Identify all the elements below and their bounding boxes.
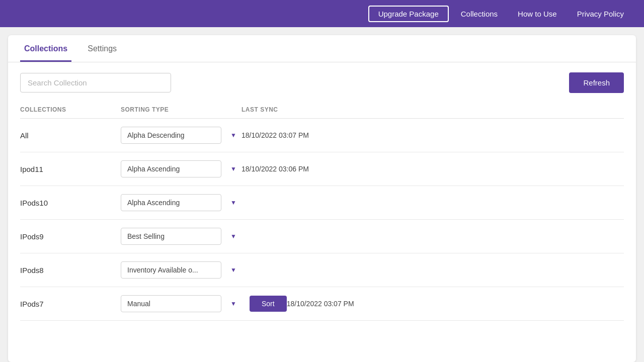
table-header: COLLECTIONS SORTING TYPE LAST SYNC bbox=[20, 101, 624, 119]
collection-name: Ipod11 bbox=[20, 165, 121, 173]
collection-name: IPods8 bbox=[20, 266, 121, 275]
chevron-down-icon: ▼ bbox=[230, 233, 236, 240]
table-row: AllAlpha DescendingAlpha AscendingBest S… bbox=[20, 119, 624, 152]
chevron-down-icon: ▼ bbox=[230, 132, 236, 139]
upgrade-package-button[interactable]: Upgrade Package bbox=[368, 6, 449, 22]
sorting-type-select[interactable]: Alpha DescendingAlpha AscendingBest Sell… bbox=[121, 160, 221, 177]
last-sync-value: 18/10/2022 03:06 PM bbox=[242, 165, 309, 173]
last-sync-value: 18/10/2022 03:07 PM bbox=[242, 131, 309, 139]
sorting-type-select[interactable]: Alpha DescendingAlpha AscendingBest Sell… bbox=[121, 194, 221, 211]
sorting-select-wrapper: Alpha DescendingAlpha AscendingBest Sell… bbox=[121, 295, 242, 312]
chevron-down-icon: ▼ bbox=[230, 266, 236, 274]
last-sync-value: 18/10/2022 03:07 PM bbox=[287, 300, 354, 308]
chevron-down-icon: ▼ bbox=[230, 300, 236, 307]
row-actions: 18/10/2022 03:07 PM bbox=[242, 131, 624, 139]
sorting-type-select[interactable]: Alpha DescendingAlpha AscendingBest Sell… bbox=[121, 261, 221, 279]
row-actions: Sort18/10/2022 03:07 PM bbox=[242, 296, 624, 312]
table-row: IPods9Alpha DescendingAlpha AscendingBes… bbox=[20, 220, 624, 253]
how-to-use-nav-link[interactable]: How to Use bbox=[510, 7, 565, 21]
sort-button[interactable]: Sort bbox=[250, 296, 287, 312]
table-row: IPods7Alpha DescendingAlpha AscendingBes… bbox=[20, 287, 624, 321]
chevron-down-icon: ▼ bbox=[230, 199, 236, 206]
sorting-select-wrapper: Alpha DescendingAlpha AscendingBest Sell… bbox=[121, 228, 242, 245]
tab-bar: Collections Settings bbox=[8, 35, 636, 62]
table-body: AllAlpha DescendingAlpha AscendingBest S… bbox=[20, 119, 624, 321]
sorting-type-select[interactable]: Alpha DescendingAlpha AscendingBest Sell… bbox=[121, 295, 221, 312]
row-actions: 18/10/2022 03:06 PM bbox=[242, 165, 624, 173]
toolbar: Refresh bbox=[8, 62, 636, 101]
top-nav: Upgrade Package Collections How to Use P… bbox=[0, 0, 644, 27]
table-row: Ipod11Alpha DescendingAlpha AscendingBes… bbox=[20, 152, 624, 186]
sorting-type-select[interactable]: Alpha DescendingAlpha AscendingBest Sell… bbox=[121, 228, 221, 245]
table-row: IPods10Alpha DescendingAlpha AscendingBe… bbox=[20, 186, 624, 220]
main-card: Collections Settings Refresh COLLECTIONS… bbox=[8, 35, 636, 362]
header-collections: COLLECTIONS bbox=[20, 106, 121, 113]
search-input[interactable] bbox=[20, 73, 171, 93]
collections-nav-link[interactable]: Collections bbox=[453, 7, 506, 21]
sorting-select-wrapper: Alpha DescendingAlpha AscendingBest Sell… bbox=[121, 160, 242, 177]
collection-name: IPods7 bbox=[20, 300, 121, 308]
collection-name: IPods10 bbox=[20, 199, 121, 207]
header-last-sync: LAST SYNC bbox=[242, 106, 624, 113]
refresh-button[interactable]: Refresh bbox=[569, 72, 624, 93]
sorting-select-wrapper: Alpha DescendingAlpha AscendingBest Sell… bbox=[121, 127, 242, 144]
sorting-select-wrapper: Alpha DescendingAlpha AscendingBest Sell… bbox=[121, 261, 242, 279]
sorting-type-select[interactable]: Alpha DescendingAlpha AscendingBest Sell… bbox=[121, 127, 221, 144]
header-sorting-type: SORTING TYPE bbox=[121, 106, 242, 113]
privacy-policy-nav-link[interactable]: Privacy Policy bbox=[569, 7, 632, 21]
tab-settings[interactable]: Settings bbox=[84, 35, 121, 62]
collection-name: IPods9 bbox=[20, 232, 121, 241]
table-row: IPods8Alpha DescendingAlpha AscendingBes… bbox=[20, 253, 624, 287]
collections-table: COLLECTIONS SORTING TYPE LAST SYNC AllAl… bbox=[8, 101, 636, 321]
tab-collections[interactable]: Collections bbox=[20, 35, 71, 62]
chevron-down-icon: ▼ bbox=[230, 165, 236, 172]
sorting-select-wrapper: Alpha DescendingAlpha AscendingBest Sell… bbox=[121, 194, 242, 211]
collection-name: All bbox=[20, 131, 121, 140]
